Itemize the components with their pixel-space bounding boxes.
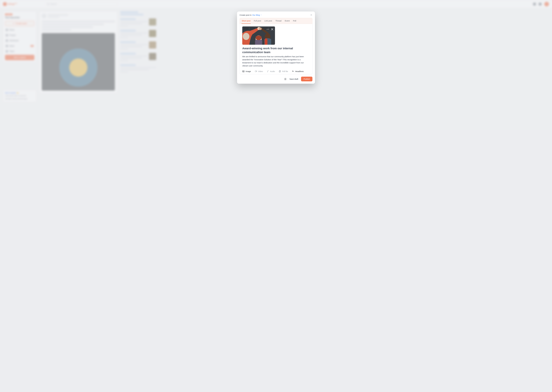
- attach-headlines-button[interactable]: Headlines: [292, 70, 304, 72]
- tab-poll[interactable]: Poll: [293, 18, 297, 24]
- svg-point-13: [268, 29, 268, 29]
- modal-overlay: Create post in Our Blog Short post Full …: [0, 0, 552, 392]
- modal-footer: Save draft Publish: [240, 77, 312, 81]
- svg-point-7: [243, 33, 249, 40]
- post-editor: Award-winning work from our internal com…: [240, 24, 312, 74]
- close-icon: [271, 28, 274, 31]
- attach-audio-label: Audio: [270, 70, 275, 72]
- tab-short-post[interactable]: Short post: [241, 18, 251, 24]
- blog-selector[interactable]: Our Blog: [252, 14, 262, 16]
- svg-point-14: [269, 29, 269, 29]
- headlines-icon: [292, 70, 294, 72]
- post-settings-button[interactable]: [284, 78, 287, 80]
- image-remove-button[interactable]: [271, 28, 274, 31]
- attach-pdf-button[interactable]: Pdf file: [279, 70, 288, 72]
- svg-point-16: [243, 71, 243, 71]
- attachment-toolbar: Image Video Audio Pdf file Headlines: [242, 70, 310, 72]
- svg-rect-2: [244, 28, 249, 30]
- pdf-icon: [279, 70, 281, 72]
- svg-rect-15: [242, 70, 244, 72]
- modal-header: Create post in Our Blog: [240, 14, 312, 16]
- create-post-modal: Create post in Our Blog Short post Full …: [237, 12, 315, 84]
- blog-name: Our Blog: [252, 14, 260, 16]
- image-icon: [242, 70, 245, 72]
- save-draft-button[interactable]: Save draft: [290, 78, 298, 80]
- close-button[interactable]: [310, 14, 312, 16]
- tab-event[interactable]: Event: [284, 18, 290, 24]
- post-image-thumbnail: [242, 27, 275, 45]
- attach-image-button[interactable]: Image: [242, 70, 251, 72]
- tab-full-post[interactable]: Full post: [254, 18, 261, 24]
- svg-point-12: [267, 29, 267, 29]
- attach-video-label: Video: [258, 70, 263, 72]
- attach-pdf-label: Pdf file: [282, 70, 288, 72]
- attach-video-button[interactable]: Video: [255, 70, 263, 72]
- close-icon: [310, 14, 312, 16]
- create-in-label: Create post in: [240, 14, 251, 16]
- svg-point-11: [259, 28, 262, 30]
- attach-image-label: Image: [246, 70, 251, 72]
- post-type-tabs: Short post Full post Link post Thread Ev…: [240, 18, 312, 24]
- svg-point-21: [285, 79, 286, 79]
- post-body-input[interactable]: We are thrilled to announce that our com…: [242, 55, 310, 67]
- svg-rect-17: [255, 71, 256, 72]
- svg-point-18: [267, 72, 268, 72]
- attach-audio-button[interactable]: Audio: [267, 70, 275, 72]
- publish-button[interactable]: Publish: [301, 77, 312, 81]
- image-options-button[interactable]: [266, 28, 269, 31]
- chevron-down-icon: [260, 14, 262, 16]
- audio-icon: [267, 70, 269, 72]
- attach-headlines-label: Headlines: [295, 70, 304, 72]
- tab-link-post[interactable]: Link post: [264, 18, 272, 24]
- gear-icon: [284, 78, 287, 80]
- more-horizontal-icon: [266, 28, 269, 31]
- video-icon: [255, 70, 257, 72]
- post-title-input[interactable]: Award-winning work from our internal com…: [242, 47, 310, 54]
- svg-rect-19: [279, 70, 281, 72]
- tab-thread[interactable]: Thread: [275, 18, 282, 24]
